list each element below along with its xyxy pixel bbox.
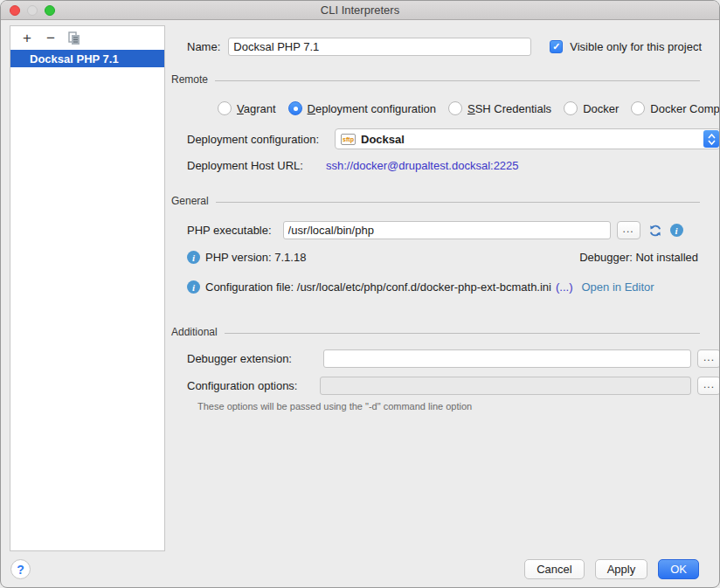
reload-phpinfo-button[interactable] [648, 224, 662, 238]
deployment-host-url-label: Deployment Host URL: [187, 159, 303, 172]
php-executable-input[interactable] [283, 221, 611, 239]
radio-selected-icon [288, 101, 302, 115]
remove-interpreter-button[interactable]: − [43, 31, 59, 46]
configuration-options-browse-button[interactable]: ... [697, 377, 720, 395]
interpreter-settings-panel: Name: ✓ Visible only for this project Re… [165, 20, 720, 553]
minimize-window-button [27, 5, 38, 16]
debugger-extension-input[interactable] [323, 349, 691, 368]
info-icon: i [187, 251, 200, 264]
cli-interpreters-dialog: CLI Interpreters + − Docksal PHP 7.1 N [0, 0, 720, 588]
radio-docker[interactable]: Docker [564, 101, 619, 115]
list-item-label: Docksal PHP 7.1 [30, 52, 119, 66]
configuration-options-label: Configuration options: [187, 379, 297, 392]
deployment-configuration-value: Docksal [361, 133, 405, 146]
open-in-editor-link[interactable]: Open in Editor [581, 280, 654, 294]
radio-vagrant[interactable]: Vagrant [218, 101, 276, 115]
radio-circle-icon [631, 101, 645, 115]
list-toolbar: + − [10, 26, 164, 49]
radio-circle-icon [564, 101, 578, 115]
cancel-button[interactable]: Cancel [524, 559, 584, 579]
deployment-configuration-select[interactable]: sftp Docksal [335, 128, 720, 149]
configuration-options-hint: These options will be passed using the "… [197, 401, 472, 412]
list-item-docksal-php-71[interactable]: Docksal PHP 7.1 [10, 50, 164, 67]
php-executable-browse-button[interactable]: ... [617, 221, 640, 239]
window-title: CLI Interpreters [321, 3, 399, 17]
deployment-configuration-label: Deployment configuration: [187, 133, 319, 146]
interpreter-list-panel: + − Docksal PHP 7.1 [10, 25, 165, 551]
radio-ssh-credentials[interactable]: SSH Credentials [448, 101, 551, 115]
debugger-extension-label: Debugger extension: [187, 352, 292, 365]
configuration-file-text: Configuration file: /usr/local/etc/php/c… [205, 280, 551, 294]
debugger-extension-browse-button[interactable]: ... [697, 349, 720, 368]
title-bar: CLI Interpreters [1, 1, 719, 20]
radio-deployment-configuration[interactable]: Deployment configuration [288, 101, 436, 115]
section-divider [225, 333, 700, 334]
refresh-icon [648, 224, 662, 238]
php-version-text: PHP version: 7.1.18 [205, 251, 306, 264]
php-executable-label: PHP executable: [187, 224, 272, 237]
dropdown-stepper-icon[interactable] [703, 130, 719, 148]
show-phpinfo-button[interactable]: i [670, 224, 683, 237]
name-label: Name: [187, 40, 220, 53]
name-input[interactable] [228, 38, 531, 56]
section-divider [216, 202, 700, 203]
checkmark-icon: ✓ [552, 41, 560, 52]
apply-button[interactable]: Apply [595, 559, 648, 579]
additional-section-header: Additional [171, 326, 218, 338]
info-icon: i [187, 280, 200, 294]
ok-button[interactable]: OK [658, 559, 699, 579]
help-button[interactable]: ? [10, 559, 31, 579]
visible-only-label: Visible only for this project [570, 40, 702, 53]
configuration-file-more-link[interactable]: (...) [556, 280, 573, 294]
general-section-header: General [171, 195, 209, 207]
copy-icon [67, 31, 81, 45]
remote-section-header: Remote [171, 73, 208, 86]
radio-docker-compose[interactable]: Docker Compose [631, 101, 720, 115]
close-window-button[interactable] [10, 5, 20, 16]
zoom-window-button[interactable] [45, 5, 55, 16]
debugger-status-text: Debugger: Not installed [579, 251, 698, 264]
radio-circle-icon [448, 101, 462, 115]
copy-interpreter-button[interactable] [66, 31, 82, 46]
add-interpreter-button[interactable]: + [19, 31, 35, 46]
visible-only-checkbox[interactable]: ✓ [550, 40, 563, 53]
section-divider [215, 80, 700, 81]
deployment-host-url-link[interactable]: ssh://docker@drupaltest.docksal:2225 [326, 159, 519, 172]
radio-circle-icon [218, 101, 232, 115]
dialog-footer: ? Cancel Apply OK [1, 551, 719, 587]
sftp-server-icon: sftp [341, 134, 356, 145]
configuration-options-input [320, 377, 691, 395]
